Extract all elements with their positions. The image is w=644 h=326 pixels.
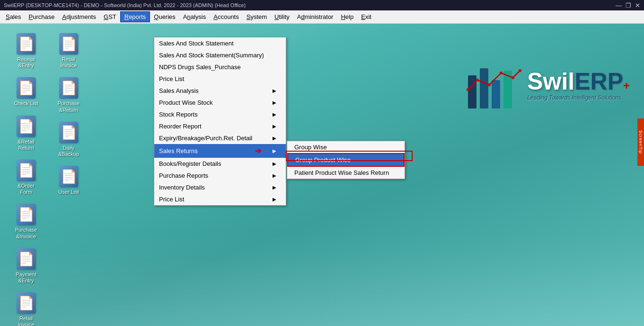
desktop: Receipt&Entry Check List &RetailReturn &… (0, 24, 644, 326)
menu-sales-stock[interactable]: Sales And Stock Statement (154, 37, 286, 49)
menu-system[interactable]: System (243, 12, 271, 22)
arrow-purchase: ▶ (273, 173, 276, 178)
icon-daily-backup[interactable]: Daily&Backup (52, 119, 85, 160)
menu-price-list-2[interactable]: Price List ▶ (154, 193, 286, 205)
svg-point-5 (476, 79, 479, 82)
desktop-column-2: RetailInvoice Purchase&Return Daily&Back… (52, 31, 85, 198)
icon-purchase-invoice[interactable]: Purchase&Invoice (9, 201, 43, 242)
menu-help[interactable]: Help (337, 12, 357, 22)
menu-ndps[interactable]: NDPS Drugs Sales_Purchase (154, 61, 286, 73)
close-button[interactable]: ✕ (635, 2, 640, 9)
icon-user-list[interactable]: User List (52, 163, 85, 198)
arrow-reorder: ▶ (273, 124, 276, 129)
menu-reports[interactable]: Reports (120, 11, 150, 22)
menu-accounts[interactable]: Accounts (210, 12, 242, 22)
retail-invoice-2-image (17, 292, 35, 314)
group-wise-label: Group Wise (294, 144, 327, 151)
purchase-invoice-image (17, 204, 35, 225)
logo-area: Swil ERP + Leading Towards Intelligent S… (450, 52, 630, 118)
window-controls[interactable]: — ❐ ✕ (616, 2, 640, 9)
receipt-entry-label: Receipt&Entry (17, 56, 35, 69)
purchase-invoice-label: Purchase&Invoice (15, 227, 37, 239)
arrow-stock-reports: ▶ (273, 112, 276, 117)
screentip-label: ScreenTip (637, 118, 644, 166)
retail-return-image (17, 116, 35, 137)
menu-queries[interactable]: Queries (150, 12, 179, 22)
group-product-wise-label: Group Product Wise (295, 156, 351, 163)
menu-exit[interactable]: Exit (357, 12, 375, 22)
menu-reorder-report[interactable]: Reorder Report ▶ (154, 120, 286, 132)
menu-product-wise-stock[interactable]: Product Wise Stock ▶ (154, 97, 286, 109)
logo-plus: + (623, 79, 630, 92)
check-list-label: Check List (14, 100, 38, 107)
title-bar: SwiIERP (DESKTOP-MCE14T4) - DEMO - Softw… (0, 0, 644, 10)
daily-backup-image (59, 122, 78, 143)
menu-gst[interactable]: GST (100, 12, 120, 22)
logo-chart (466, 61, 522, 109)
icon-retail-invoice-2[interactable]: RetailInvoice (9, 290, 43, 326)
user-list-label: User List (58, 189, 79, 195)
retail-invoice-image (59, 33, 78, 54)
svg-rect-0 (468, 75, 476, 109)
retail-return-label: &RetailReturn (18, 139, 34, 151)
receipt-entry-image (17, 33, 35, 54)
icon-retail-invoice[interactable]: RetailInvoice (52, 31, 85, 71)
svg-point-6 (488, 83, 491, 86)
menu-sales-returns[interactable]: Sales Returns ➔ ▶ (154, 144, 286, 158)
arrow-sales-analysis: ▶ (273, 88, 276, 93)
menu-expiry-breakage[interactable]: Expiry/Breakage/Purch.Ret. Detail ▶ (154, 132, 286, 144)
menu-sales-analysis[interactable]: Sales Analysis ▶ (154, 85, 286, 97)
logo-graphic (466, 61, 522, 110)
menu-sales-stock-summary[interactable]: Sales And Stock Statement(Summary) (154, 49, 286, 61)
menu-analysis[interactable]: Analysis (179, 12, 210, 22)
patient-product-wise-label: Patient Product Wise Sales Return (294, 169, 389, 176)
wave-decoration (0, 231, 644, 326)
arrow-price-list: ▶ (273, 197, 276, 202)
purchase-return-label: Purchase&Return (58, 100, 79, 113)
svg-point-9 (519, 69, 521, 72)
menu-purchase[interactable]: Purchase (25, 12, 59, 22)
menu-books-register[interactable]: Books/Register Details ▶ (154, 158, 286, 170)
sales-returns-submenu: Group Wise Group Product Wise Patient Pr… (287, 141, 405, 179)
svg-point-4 (467, 88, 469, 91)
submenu-group-wise[interactable]: Group Wise (287, 141, 405, 153)
menu-administrator[interactable]: Administrator (293, 12, 337, 22)
icon-payment-entry[interactable]: Payment&Entry (9, 246, 43, 286)
purchase-return-image (59, 77, 78, 99)
logo-tagline: Leading Towards Intelligent Solutions. (527, 94, 630, 101)
red-arrow-icon: ➔ (255, 146, 261, 155)
title-text: SwiIERP (DESKTOP-MCE14T4) - DEMO - Softw… (4, 2, 246, 8)
payment-entry-image (17, 248, 35, 270)
menu-inventory-details[interactable]: Inventory Details ▶ (154, 181, 286, 193)
icon-check-list[interactable]: Check List (9, 75, 43, 109)
menu-price-list-1[interactable]: Price List (154, 73, 286, 85)
submenu-group-product-wise[interactable]: Group Product Wise (287, 153, 405, 167)
icon-purchase-return[interactable]: Purchase&Return (52, 75, 85, 115)
wave-decoration-2 (0, 255, 644, 326)
menu-sales[interactable]: Sales (2, 12, 25, 22)
svg-rect-1 (480, 68, 488, 109)
order-form-label: &OrderForm (18, 183, 34, 195)
icon-receipt-entry[interactable]: Receipt&Entry (9, 31, 43, 71)
arrow-product-wise: ▶ (273, 100, 276, 105)
maximize-button[interactable]: ❐ (626, 2, 631, 9)
logo-erp: ERP (574, 70, 623, 93)
sales-returns-right: ➔ ▶ (255, 146, 276, 155)
icon-order-form[interactable]: &OrderForm (9, 157, 43, 198)
svg-rect-2 (492, 80, 500, 109)
arrow-inventory: ▶ (273, 185, 276, 190)
minimize-button[interactable]: — (616, 2, 622, 9)
logo-swil: Swil (527, 70, 574, 93)
check-list-image (17, 77, 35, 99)
retail-invoice-2-label: RetailInvoice (18, 316, 35, 326)
menu-utility[interactable]: Utility (271, 12, 293, 22)
payment-entry-label: Payment&Entry (16, 272, 36, 284)
menu-purchase-reports[interactable]: Purchase Reports ▶ (154, 170, 286, 181)
arrow-sales-returns: ▶ (273, 148, 276, 154)
daily-backup-label: Daily&Backup (58, 145, 79, 157)
logo-name-row: Swil ERP + (527, 70, 630, 93)
submenu-patient-product-wise[interactable]: Patient Product Wise Sales Return (287, 167, 405, 179)
menu-stock-reports[interactable]: Stock Reports ▶ (154, 109, 286, 120)
menu-adjustments[interactable]: Adjustments (58, 12, 100, 22)
icon-retail-return[interactable]: &RetailReturn (9, 113, 43, 154)
